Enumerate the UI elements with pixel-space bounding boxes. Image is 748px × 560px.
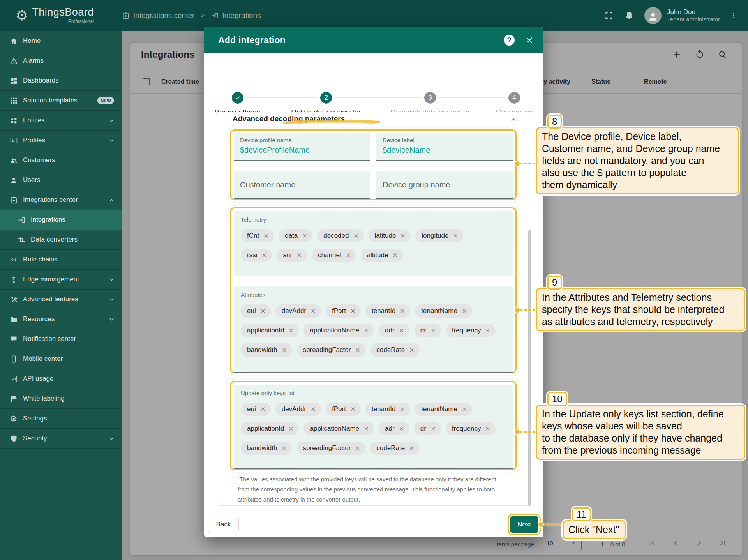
sidebar-item-edge-management[interactable]: Edge management bbox=[0, 270, 122, 290]
key-chip-devaddr: devAddr bbox=[275, 403, 321, 416]
step-3-circle[interactable]: 3 bbox=[424, 92, 436, 104]
remove-key-icon[interactable] bbox=[452, 233, 459, 239]
sidebar-item-users[interactable]: Users bbox=[0, 170, 122, 190]
remove-key-icon[interactable] bbox=[260, 406, 266, 412]
remove-key-icon[interactable] bbox=[399, 327, 405, 334]
sidebar-item-white-labeling[interactable]: White labeling bbox=[0, 389, 122, 409]
field-device-group-name[interactable]: Device group name bbox=[376, 171, 513, 199]
step-1-circle[interactable] bbox=[232, 92, 243, 104]
sidebar-item-label: Profiles bbox=[23, 136, 45, 144]
dialog-header: Add integration bbox=[204, 27, 543, 53]
chevron-down-icon bbox=[108, 117, 116, 125]
logo-subtitle: Professional bbox=[32, 19, 94, 24]
users-icon bbox=[10, 176, 18, 184]
keys-section-label: Telemetry bbox=[241, 216, 506, 223]
notifications-bell-icon[interactable] bbox=[624, 11, 634, 21]
remove-key-icon[interactable] bbox=[310, 406, 316, 412]
back-button[interactable]: Back bbox=[208, 516, 239, 533]
remove-key-icon[interactable] bbox=[399, 426, 405, 432]
key-chip-spreadingfactor: spreadingFactor bbox=[297, 442, 366, 455]
remove-key-icon[interactable] bbox=[363, 327, 369, 334]
next-button[interactable]: Next bbox=[510, 516, 538, 533]
chip-label: eui bbox=[247, 405, 256, 413]
sidebar-item-api-usage[interactable]: API usage bbox=[0, 369, 122, 389]
remove-key-icon[interactable] bbox=[461, 308, 468, 314]
remove-key-icon[interactable] bbox=[400, 233, 406, 239]
remove-key-icon[interactable] bbox=[430, 327, 436, 334]
chip-label: fCnt bbox=[247, 232, 259, 240]
breadcrumb-item-integrations[interactable]: Integrations bbox=[211, 11, 261, 20]
sidebar-item-integrations[interactable]: Integrations bbox=[0, 210, 122, 230]
chip-row: fCntdatadecodedlatitudelongitude bbox=[241, 229, 506, 242]
more-menu-icon[interactable] bbox=[730, 11, 737, 21]
key-chip-dr: dr bbox=[414, 422, 441, 435]
remove-key-icon[interactable] bbox=[355, 347, 361, 353]
sidebar-item-mobile-center[interactable]: Mobile center bbox=[0, 349, 122, 369]
thingsboard-logo[interactable]: ⚙ ThingsBoard Professional bbox=[0, 7, 122, 24]
sidebar-item-security[interactable]: Security bbox=[0, 429, 122, 449]
chevron-up-icon[interactable] bbox=[509, 115, 518, 124]
step-2-circle[interactable]: 2 bbox=[320, 92, 332, 104]
sidebar-item-customers[interactable]: Customers bbox=[0, 150, 122, 170]
remove-key-icon[interactable] bbox=[399, 308, 406, 314]
remove-key-icon[interactable] bbox=[345, 252, 351, 258]
remove-key-icon[interactable] bbox=[353, 233, 359, 239]
remove-key-icon[interactable] bbox=[485, 426, 491, 432]
field-customer-name[interactable]: Customer name bbox=[234, 171, 370, 199]
chip-label: latitude bbox=[375, 232, 396, 240]
remove-key-icon[interactable] bbox=[310, 308, 316, 314]
breadcrumb-item-integrations-center[interactable]: Integrations center bbox=[122, 11, 194, 20]
remove-key-icon[interactable] bbox=[281, 445, 288, 451]
remove-key-icon[interactable] bbox=[288, 426, 294, 432]
remove-key-icon[interactable] bbox=[263, 233, 269, 239]
sidebar-item-rule-chains[interactable]: Rule chains bbox=[0, 250, 122, 270]
sidebar-item-solution-templates[interactable]: Solution templatesNEW bbox=[0, 91, 122, 111]
breadcrumb-label: Integrations bbox=[222, 11, 261, 20]
sidebar-item-notification-center[interactable]: Notification center bbox=[0, 329, 122, 349]
remove-key-icon[interactable] bbox=[302, 233, 308, 239]
dialog-scrollbar[interactable] bbox=[528, 230, 531, 506]
field-device-profile-name[interactable]: Device profile name$deviceProfileName bbox=[234, 133, 370, 161]
remove-key-icon[interactable] bbox=[260, 308, 266, 314]
sidebar-item-advanced-features[interactable]: Advanced features bbox=[0, 290, 122, 309]
remove-key-icon[interactable] bbox=[288, 327, 294, 334]
remove-key-icon[interactable] bbox=[296, 252, 302, 258]
remove-key-icon[interactable] bbox=[399, 406, 406, 412]
user-menu[interactable]: John Doe Tenant administrator bbox=[644, 7, 720, 24]
attributes-keys-field[interactable]: AttributeseuidevAddrfPorttenantIdtenantN… bbox=[234, 286, 513, 373]
sidebar-item-alarms[interactable]: Alarms bbox=[0, 51, 122, 71]
remove-key-icon[interactable] bbox=[392, 252, 398, 258]
sidebar-item-data-converters[interactable]: Data converters bbox=[0, 230, 122, 250]
sidebar-item-dashboards[interactable]: Dashboards bbox=[0, 71, 122, 91]
telemetry-keys-field[interactable]: TelemetryfCntdatadecodedlatitudelongitud… bbox=[234, 211, 513, 276]
sidebar-item-label: White labeling bbox=[23, 395, 65, 403]
thingsboard-logo-icon: ⚙ bbox=[16, 9, 28, 23]
remove-key-icon[interactable] bbox=[261, 252, 267, 258]
sidebar-item-integrations-center[interactable]: Integrations center bbox=[0, 190, 122, 210]
remove-key-icon[interactable] bbox=[409, 445, 415, 451]
remove-key-icon[interactable] bbox=[485, 327, 491, 334]
sidebar-item-label: Data converters bbox=[31, 236, 78, 244]
remove-key-icon[interactable] bbox=[363, 426, 369, 432]
remove-key-icon[interactable] bbox=[350, 406, 356, 412]
update-only-keys-field[interactable]: Update only keys listeuidevAddrfPorttena… bbox=[234, 385, 513, 469]
sidebar-item-entities[interactable]: Entities bbox=[0, 111, 122, 131]
sidebar-item-profiles[interactable]: Profiles bbox=[0, 131, 122, 150]
remove-key-icon[interactable] bbox=[409, 347, 415, 353]
sidebar-item-home[interactable]: Home bbox=[0, 31, 122, 51]
chip-row: euidevAddrfPorttenantIdtenantName bbox=[241, 403, 506, 416]
step-4-circle[interactable]: 4 bbox=[508, 92, 520, 104]
remove-key-icon[interactable] bbox=[281, 347, 288, 353]
fullscreen-icon[interactable] bbox=[604, 11, 614, 21]
integrations-center-icon bbox=[10, 196, 18, 204]
remove-key-icon[interactable] bbox=[355, 445, 361, 451]
remove-key-icon[interactable] bbox=[350, 308, 356, 314]
remove-key-icon[interactable] bbox=[430, 426, 436, 432]
help-icon[interactable] bbox=[504, 35, 515, 46]
sidebar-item-settings[interactable]: Settings bbox=[0, 409, 122, 429]
sidebar-item-resources[interactable]: Resources bbox=[0, 309, 122, 329]
chip-label: adr bbox=[385, 327, 395, 334]
field-device-label[interactable]: Device label$deviceName bbox=[376, 133, 513, 161]
close-icon[interactable] bbox=[525, 35, 534, 45]
remove-key-icon[interactable] bbox=[461, 406, 468, 412]
